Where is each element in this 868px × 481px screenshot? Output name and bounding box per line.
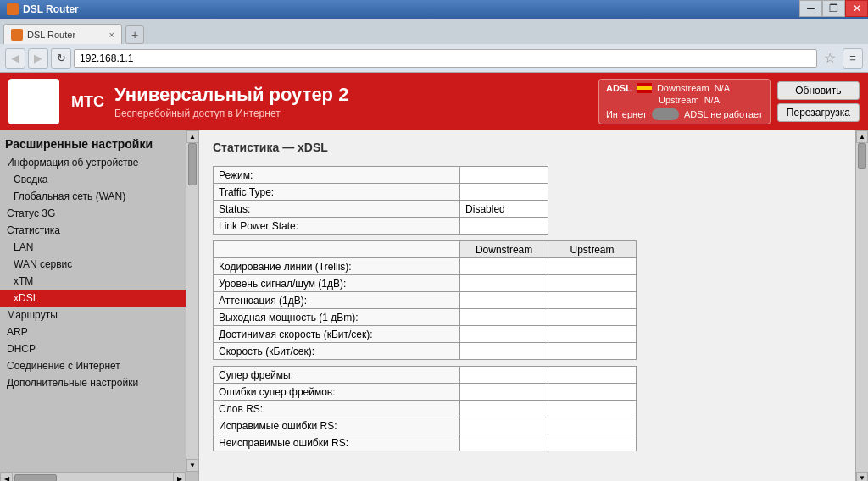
sidebar-hscroll-left-button[interactable]: ◀ bbox=[0, 473, 13, 481]
close-button[interactable]: ✕ bbox=[845, 0, 868, 17]
sidebar-hscroll-right-button[interactable]: ▶ bbox=[173, 473, 186, 481]
table-spacer-row-2 bbox=[214, 360, 637, 367]
output-power-upstream bbox=[548, 309, 637, 326]
attainable-rate-label: Достинимая скорость (кБит/сек): bbox=[214, 326, 460, 343]
refresh-button[interactable]: Обновить bbox=[777, 81, 860, 100]
uncorrectable-rs-downstream bbox=[460, 434, 548, 451]
table-row: Слов RS: bbox=[214, 401, 637, 417]
sidebar-item-arp[interactable]: ARP bbox=[0, 323, 186, 340]
table-row: Link Power State: bbox=[214, 218, 637, 235]
internet-toggle[interactable] bbox=[652, 108, 679, 120]
header: МТС Универсальный роутер 2 Бесперебойный… bbox=[0, 73, 868, 130]
status-label: Status: bbox=[214, 201, 460, 218]
reload-button[interactable]: ↻ bbox=[51, 48, 71, 69]
rs-words-label: Слов RS: bbox=[214, 401, 460, 417]
internet-label: Интернет bbox=[606, 109, 647, 119]
logo-box bbox=[8, 79, 59, 124]
table-row: Кодирование линии (Trellis): bbox=[214, 258, 637, 275]
speed-downstream bbox=[460, 343, 548, 360]
table-header-row: Downstream Upstream bbox=[214, 241, 637, 258]
uncorrectable-rs-upstream bbox=[548, 434, 637, 451]
output-power-downstream bbox=[460, 309, 548, 326]
speed-upstream bbox=[548, 343, 637, 360]
main-content: Статистика — xDSL Режим: Traffic Type: S… bbox=[199, 130, 868, 481]
sidebar-item-wan[interactable]: Глобальная сеть (WAN) bbox=[0, 188, 186, 205]
restore-button[interactable]: ❐ bbox=[822, 0, 845, 17]
minimize-button[interactable]: ─ bbox=[799, 0, 822, 17]
browser-tab[interactable]: DSL Router × bbox=[3, 24, 122, 44]
sidebar-item-dhcp[interactable]: DHCP bbox=[0, 340, 186, 357]
bookmark-button[interactable]: ☆ bbox=[820, 48, 840, 69]
superframe-errors-upstream bbox=[548, 384, 637, 401]
attenuation-upstream bbox=[548, 292, 637, 309]
main-scroll-up-button[interactable]: ▲ bbox=[856, 130, 868, 143]
snr-downstream bbox=[460, 275, 548, 292]
table-row: Достинимая скорость (кБит/сек): bbox=[214, 326, 637, 343]
table-row: Неисправимые ошибки RS: bbox=[214, 434, 637, 451]
upstream-label: Upstream bbox=[659, 95, 699, 105]
sidebar-hscroll-track bbox=[13, 473, 173, 481]
window-title: DSL Router bbox=[23, 3, 861, 15]
speed-label: Скорость (кБит/сек): bbox=[214, 343, 460, 360]
superframe-errors-downstream bbox=[460, 384, 548, 401]
downstream-label: Downstream bbox=[657, 83, 709, 93]
main-scrollbar: ▲ ▼ bbox=[855, 130, 868, 481]
mode-label: Режим: bbox=[214, 167, 460, 184]
sidebar-item-routes[interactable]: Маршруты bbox=[0, 307, 186, 323]
address-bar[interactable] bbox=[74, 49, 817, 68]
sidebar-item-device-info[interactable]: Информация об устройстве bbox=[0, 154, 186, 171]
sidebar-scroll-down-button[interactable]: ▼ bbox=[186, 459, 198, 472]
table-row: Режим: bbox=[214, 167, 637, 184]
output-power-label: Выходная мощность (1 дBm): bbox=[214, 309, 460, 326]
superframes-label: Супер фреймы: bbox=[214, 367, 460, 384]
tab-close-button[interactable]: × bbox=[109, 30, 114, 40]
sidebar-item-stats[interactable]: Статистика bbox=[0, 222, 186, 239]
header-right: ADSL Downstream N/A Upstream N/A Интерне… bbox=[598, 79, 860, 124]
mts-egg-logo bbox=[19, 84, 49, 119]
reboot-button[interactable]: Перезагрузка bbox=[777, 103, 860, 122]
content-area: Расширенные настройки Информация об устр… bbox=[0, 130, 868, 481]
tab-bar: DSL Router × + bbox=[0, 19, 868, 44]
sidebar-item-xdsl[interactable]: xDSL bbox=[0, 290, 186, 307]
sidebar-hscroll: ◀ ▶ bbox=[0, 472, 186, 481]
main-scroll-thumb bbox=[858, 143, 866, 169]
attenuation-label: Аттенюация (1дB): bbox=[214, 292, 460, 309]
window-icon bbox=[7, 3, 19, 15]
snr-upstream bbox=[548, 275, 637, 292]
sidebar-item-3g[interactable]: Статус 3G bbox=[0, 205, 186, 222]
back-button[interactable]: ◀ bbox=[5, 48, 25, 69]
sidebar-item-summary[interactable]: Сводка bbox=[0, 171, 186, 188]
table-row: Уровень сигнал/шум (1дB): bbox=[214, 275, 637, 292]
sidebar-item-wan-service[interactable]: WAN сервис bbox=[0, 256, 186, 273]
table-row: Ошибки супер фреймов: bbox=[214, 384, 637, 401]
sidebar-scroll-up-button[interactable]: ▲ bbox=[186, 130, 198, 143]
sidebar-hscroll-thumb bbox=[14, 474, 57, 482]
new-tab-button[interactable]: + bbox=[125, 25, 144, 44]
sidebar-item-internet-conn[interactable]: Соединение с Интернет bbox=[0, 357, 186, 374]
status-value: Disabled bbox=[460, 201, 548, 218]
tools-button[interactable]: ≡ bbox=[843, 48, 863, 69]
sidebar-item-xtm[interactable]: xTM bbox=[0, 273, 186, 290]
adsl-label: ADSL bbox=[606, 83, 632, 93]
rs-words-upstream bbox=[548, 401, 637, 417]
sidebar-title: Расширенные настройки bbox=[0, 130, 186, 154]
sidebar-scrollbar: ▲ ▼ bbox=[186, 130, 198, 472]
trellis-label: Кодирование линии (Trellis): bbox=[214, 258, 460, 275]
snr-label: Уровень сигнал/шум (1дB): bbox=[214, 275, 460, 292]
sidebar-item-lan[interactable]: LAN bbox=[0, 239, 186, 256]
table-row: Супер фреймы: bbox=[214, 367, 637, 384]
table-row: Аттенюация (1дB): bbox=[214, 292, 637, 309]
page-subheading: Бесперебойный доступ в Интернет bbox=[114, 108, 598, 119]
table-row: Скорость (кБит/сек): bbox=[214, 343, 637, 360]
traffic-type-value bbox=[460, 184, 548, 201]
page-title: Статистика — xDSL bbox=[213, 141, 851, 154]
upstream-value: N/A bbox=[704, 95, 720, 105]
main-scroll-down-button[interactable]: ▼ bbox=[856, 472, 868, 481]
trellis-upstream bbox=[548, 258, 637, 275]
forward-button[interactable]: ▶ bbox=[28, 48, 48, 69]
superframe-errors-label: Ошибки супер фреймов: bbox=[214, 384, 460, 401]
action-buttons: Обновить Перезагрузка bbox=[777, 81, 860, 122]
sidebar-item-advanced[interactable]: Дополнительные настройки bbox=[0, 374, 186, 391]
superframes-downstream bbox=[460, 367, 548, 384]
table-row: Traffic Type: bbox=[214, 184, 637, 201]
